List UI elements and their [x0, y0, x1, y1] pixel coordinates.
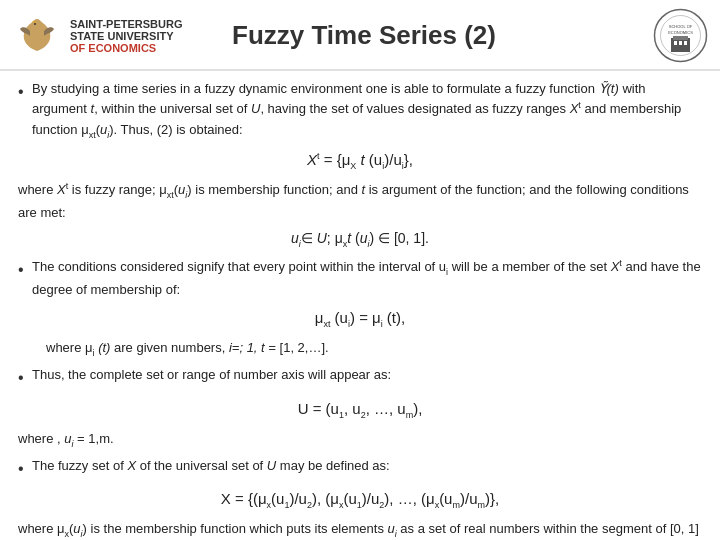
svg-rect-9	[674, 41, 677, 45]
svg-text:ECONOMICS: ECONOMICS	[668, 30, 693, 35]
header: SAINT-PETERSBURG STATE UNIVERSITY OF ECO…	[0, 0, 720, 71]
where-text-1: where Xt is fuzzy range; μxt(ui) is memb…	[18, 180, 702, 223]
main-content: • By studying a time series in a fuzzy d…	[0, 71, 720, 540]
svg-rect-11	[684, 41, 687, 45]
page-title: Fuzzy Time Series (2)	[212, 20, 653, 51]
bullet-marker-2: •	[18, 258, 32, 283]
bullet-text-5: The fuzzy set of X of the universal set …	[32, 456, 702, 476]
equation-1: Xt = {μX t (ui)/ui},	[18, 148, 702, 174]
svg-text:SCHOOL OF: SCHOOL OF	[669, 24, 693, 29]
bullet-5: • The fuzzy set of X of the universal se…	[18, 456, 702, 482]
equation-4: X = {(μx(u1)/u2), (μx(u1)/u2), …, (μx(um…	[18, 487, 702, 513]
equation-3: U = (u1, u2, …, um),	[18, 397, 702, 423]
bullet-text-2: The conditions considered signify that e…	[32, 257, 702, 300]
condition-equation: ui∈ U; μxt (ui) ∈ [0, 1].	[18, 228, 702, 252]
university-logo	[12, 11, 62, 61]
bullet-3: where μi (t) are given numbers, i=; 1, t…	[18, 338, 702, 361]
svg-point-3	[655, 10, 707, 62]
svg-rect-8	[673, 36, 688, 40]
bullet-marker-4: •	[18, 366, 32, 391]
logo-area: SAINT-PETERSBURG STATE UNIVERSITY OF ECO…	[12, 11, 212, 61]
where-text-3: where μx(ui) is the membership function …	[18, 519, 702, 540]
bullet-marker-1: •	[18, 80, 32, 105]
bullet-4: • Thus, the complete set or range of num…	[18, 365, 702, 391]
bullet-text-3: where μi (t) are given numbers, i=; 1, t…	[46, 338, 702, 361]
bullet-text-4: Thus, the complete set or range of numbe…	[32, 365, 702, 385]
svg-rect-10	[679, 41, 682, 45]
svg-point-2	[34, 23, 36, 25]
right-logo: SCHOOL OF ECONOMICS	[653, 8, 708, 63]
bullet-text-1: By studying a time series in a fuzzy dyn…	[32, 79, 702, 142]
equation-2: μxt (ui) = μi (t),	[18, 306, 702, 332]
svg-point-1	[32, 19, 42, 33]
bullet-1: • By studying a time series in a fuzzy d…	[18, 79, 702, 142]
where-text-2: where , ui = 1,m.	[18, 429, 702, 452]
bullet-2: • The conditions considered signify that…	[18, 257, 702, 300]
bullet-marker-5: •	[18, 457, 32, 482]
university-name: SAINT-PETERSBURG STATE UNIVERSITY OF ECO…	[70, 18, 182, 54]
